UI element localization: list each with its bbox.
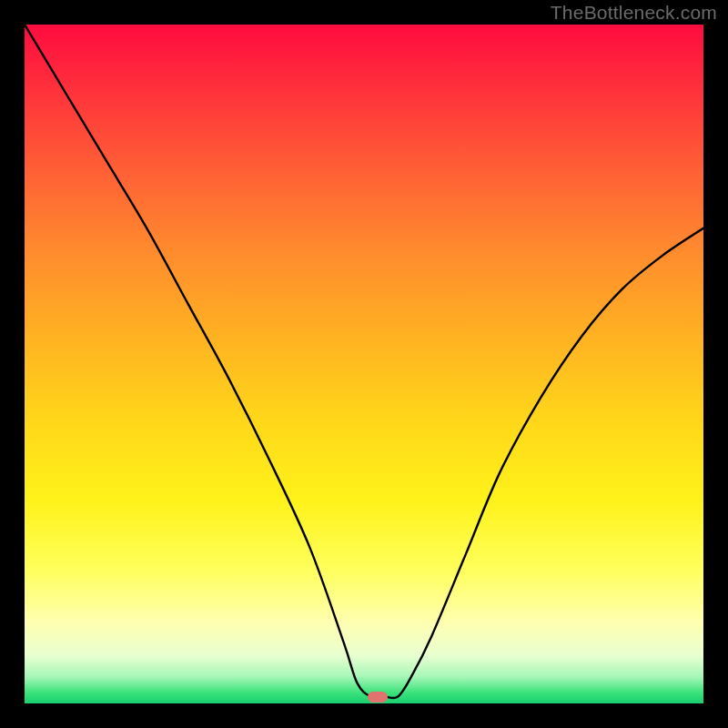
watermark-text: TheBottleneck.com <box>551 2 717 24</box>
optimal-point-marker <box>368 692 388 703</box>
bottleneck-curve <box>25 25 703 703</box>
plot-area <box>25 25 703 703</box>
curve-path <box>25 25 703 698</box>
chart-frame: TheBottleneck.com <box>0 0 728 728</box>
